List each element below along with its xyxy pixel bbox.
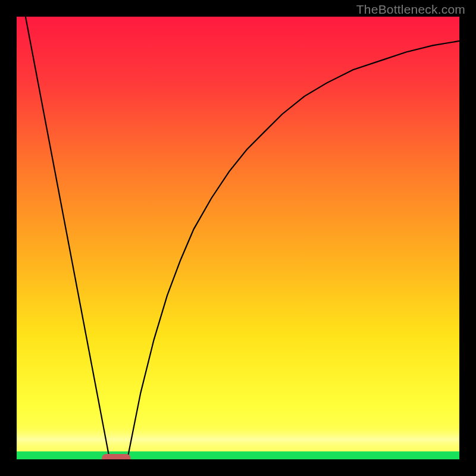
watermark-text: TheBottleneck.com bbox=[356, 2, 465, 17]
yellow-lower-band bbox=[17, 426, 459, 453]
chart-svg bbox=[17, 17, 459, 459]
chart-background bbox=[17, 17, 459, 459]
chart-plot-area bbox=[17, 17, 459, 459]
optimal-zone-marker bbox=[102, 454, 130, 459]
green-baseline-band bbox=[17, 452, 459, 459]
